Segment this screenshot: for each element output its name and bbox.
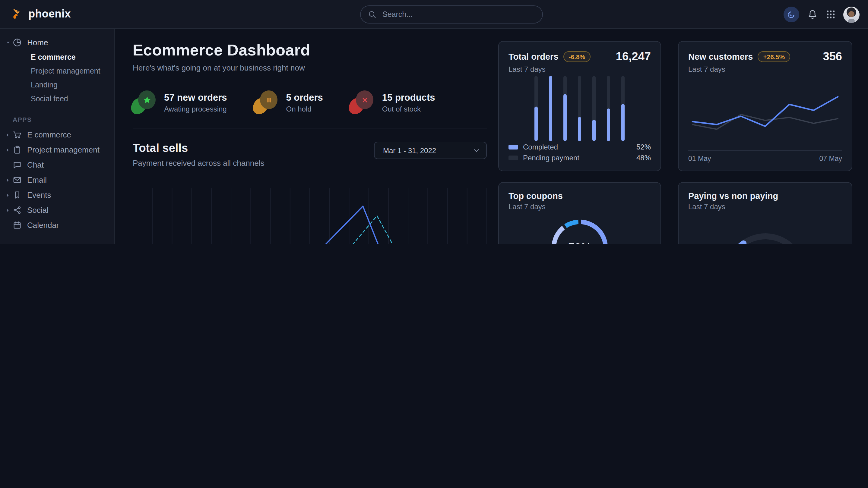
moon-icon — [787, 10, 796, 19]
caretright-icon — [5, 208, 10, 213]
bell-icon — [807, 9, 818, 20]
top-coupons-subtitle: Last 7 days — [508, 202, 651, 211]
stat-value: 57 new orders — [164, 92, 227, 103]
right-cards: Total orders -6.8% 16,247 Last 7 days Co… — [498, 41, 852, 244]
sidebar-item-calendar[interactable]: Calendar — [0, 218, 114, 233]
top-coupons-card: Top coupons Last 7 days 72% Percentage d… — [498, 182, 661, 244]
total-sells-subtitle: Payment received across all channels — [133, 159, 264, 168]
gauge-svg — [718, 227, 812, 244]
new-customers-title: New customers — [688, 52, 753, 62]
legend-swatch — [508, 156, 518, 160]
search-icon — [368, 10, 376, 19]
chat-icon — [13, 160, 22, 169]
stat-text: 57 new ordersAwating processing — [164, 92, 227, 113]
total-orders-bars-svg — [528, 74, 631, 142]
sidebar-section-label: APPS — [0, 116, 114, 123]
dark-mode-toggle[interactable] — [783, 7, 799, 22]
sidebar-item-social-feed[interactable]: Social feed — [0, 92, 114, 105]
mail-icon — [13, 175, 22, 185]
sidebar-item-email[interactable]: Email — [0, 172, 114, 188]
caret-right-icon — [5, 148, 11, 152]
x-axis-label: 07 May — [819, 155, 842, 162]
sidebar-item-project-management[interactable]: Project management — [0, 64, 114, 78]
grid-9-icon — [826, 10, 835, 19]
stat-caption: Awating processing — [164, 105, 227, 113]
paying-title: Paying vs non paying — [688, 191, 778, 201]
sidebar-item-label: Social — [27, 205, 49, 215]
x-icon — [361, 96, 369, 104]
total-orders-title: Total orders — [508, 52, 558, 62]
caret-right-icon — [5, 132, 11, 137]
cart-icon — [13, 130, 22, 139]
stat-red: 15 productsOut of stock — [351, 90, 435, 115]
brand-logo[interactable]: phoenix — [10, 7, 71, 21]
global-search[interactable] — [360, 5, 543, 24]
left-column: Ecommerce Dashboard Here's what's going … — [133, 41, 487, 244]
new-customers-lines-svg — [689, 77, 841, 144]
date-range-value: Mar 1 - 31, 2022 — [383, 146, 436, 155]
legend-row: Pending payment48% — [508, 154, 651, 162]
chart-pie-icon — [13, 38, 22, 47]
new-customers-card: New customers +26.5% 356 Last 7 days 01 … — [678, 41, 852, 171]
legend-value: 52% — [637, 143, 651, 151]
caret-right-icon — [5, 177, 11, 182]
sidebar-item-label: Project management — [27, 145, 99, 154]
legend-swatch — [508, 145, 518, 150]
share-icon — [13, 205, 22, 215]
total-orders-value: 16,247 — [616, 50, 651, 63]
new-customers-line-chart — [688, 73, 842, 148]
stat-caption: On hold — [286, 105, 323, 113]
sidebar-section-label: PAGES — [0, 243, 114, 244]
star-blob-icon — [133, 90, 156, 115]
sidebar-item-label: E commerce — [27, 130, 71, 139]
stat-caption: Out of stock — [382, 105, 435, 113]
sidebar-item-chat[interactable]: Chat — [0, 157, 114, 172]
user-avatar[interactable] — [843, 6, 860, 23]
sidebar-item-social[interactable]: Social — [0, 202, 114, 218]
order-stats: 57 new ordersAwating processing5 ordersO… — [133, 90, 487, 115]
legend-value: 48% — [637, 154, 651, 162]
total-orders-badge: -6.8% — [563, 51, 591, 62]
top-coupons-donut: 72% — [546, 214, 614, 244]
sidebar-item-e-commerce[interactable]: E commerce — [0, 127, 114, 142]
sidebar-group-home[interactable]: Home — [0, 35, 114, 50]
notifications-bell-button[interactable] — [807, 9, 818, 20]
star-icon — [143, 96, 151, 104]
page-title: Ecommerce Dashboard — [133, 41, 487, 60]
top-navbar: phoenix — [0, 0, 868, 29]
top-coupons-donut-chart: 72% — [508, 211, 651, 244]
top-coupons-title: Top coupons — [508, 191, 563, 201]
caretright-icon — [5, 193, 10, 197]
caret-right-icon — [5, 208, 11, 213]
clipboard-icon — [13, 145, 22, 154]
chevdown-icon — [473, 147, 480, 154]
calendar-icon — [13, 221, 22, 230]
date-range-select[interactable]: Mar 1 - 31, 2022 — [374, 142, 487, 159]
caret-down-icon — [5, 40, 11, 45]
stat-orange: 5 ordersOn hold — [255, 90, 323, 115]
legend-label: Pending payment — [523, 154, 579, 162]
sidebar-group-label: Home — [27, 38, 48, 47]
caret-right-icon — [5, 193, 11, 197]
sidebar-item-events[interactable]: Events — [0, 188, 114, 202]
new-customers-x-labels: 01 May07 May — [688, 150, 842, 162]
cart-icon — [13, 130, 22, 139]
sidebar-item-project-management[interactable]: Project management — [0, 142, 114, 157]
total-orders-subtitle: Last 7 days — [508, 65, 651, 73]
pause-blob-icon — [255, 90, 278, 115]
paying-gauge-chart — [688, 211, 842, 244]
total-orders-legend: Completed52%Pending payment48% — [508, 143, 651, 162]
stat-value: 5 orders — [286, 92, 323, 103]
sidebar-item-e-commerce[interactable]: E commerce — [0, 50, 114, 64]
caretright-icon — [5, 177, 10, 182]
navbar-actions — [783, 0, 860, 29]
sidebar-item-landing[interactable]: Landing — [0, 78, 114, 92]
phoenix-logo-icon — [10, 7, 24, 21]
total-sells-chart — [133, 188, 487, 244]
calendar-icon — [13, 221, 22, 230]
global-search-input[interactable] — [381, 10, 535, 19]
app-grid-button[interactable] — [826, 10, 835, 19]
share-icon — [13, 205, 22, 215]
new-customers-subtitle: Last 7 days — [688, 65, 842, 73]
x-axis-label: 01 May — [688, 155, 711, 162]
